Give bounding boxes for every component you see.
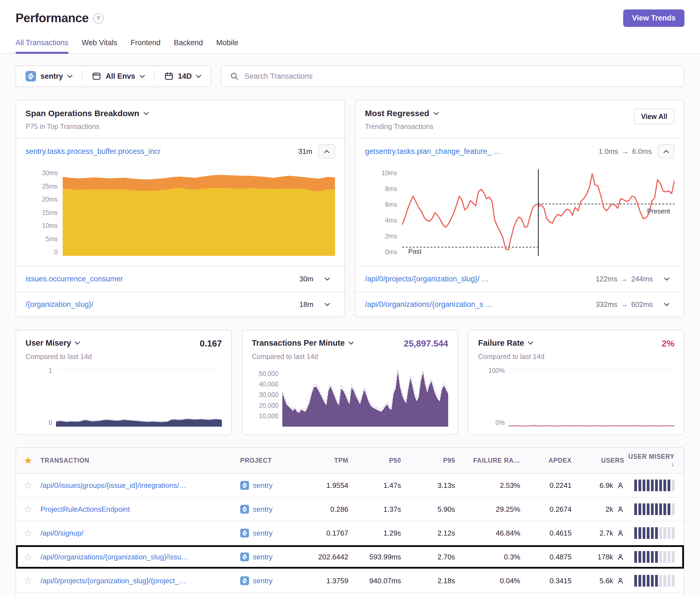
- span-ops-subtitle: P75 in Top Transactions: [26, 123, 335, 131]
- project-filter[interactable]: sentry: [16, 71, 82, 81]
- table-row: ☆/api/0/issues|groups/{issue_id}/integra…: [16, 474, 684, 498]
- y-tick: 0: [49, 419, 52, 426]
- regressed-transaction-link[interactable]: getsentry.tasks.plan_change_feature_ …: [365, 147, 501, 156]
- p95-cell: 5.90s: [401, 505, 455, 514]
- column-header-transaction[interactable]: TRANSACTION: [41, 457, 240, 464]
- failure-rate-chart: [509, 368, 674, 426]
- span-operations-panel: Span Operations Breakdown P75 in Top Tra…: [16, 100, 345, 317]
- star-toggle[interactable]: ☆: [24, 552, 33, 562]
- span-op-link[interactable]: /{organization_slug}/: [26, 300, 94, 309]
- column-header-users[interactable]: USERS: [572, 457, 624, 464]
- most-regressed-title-dropdown[interactable]: Most Regressed: [365, 109, 634, 118]
- expand-button[interactable]: [659, 303, 674, 306]
- expand-button[interactable]: [320, 278, 335, 281]
- tab-all-transactions[interactable]: All Transactions: [16, 38, 69, 53]
- date-range-filter[interactable]: 14D: [155, 72, 211, 81]
- chevron-down-icon: [434, 112, 439, 115]
- project-link[interactable]: sentry: [253, 553, 273, 561]
- span-ops-chart: 30ms25ms20ms15ms10ms5ms0: [16, 164, 345, 266]
- span-op-link[interactable]: sentry.tasks.process_buffer.process_incr: [26, 147, 160, 156]
- transaction-link[interactable]: /api/0/organizations/{organization_slug}…: [41, 553, 188, 561]
- transaction-link[interactable]: /api/0/projects/{organization_slug}/{pro…: [41, 577, 186, 585]
- collapse-button[interactable]: [318, 145, 335, 158]
- arrow-right-icon: →: [621, 275, 628, 283]
- regressed-transaction-link[interactable]: /api/0/organizations/{organization_s …: [365, 300, 493, 309]
- column-header-p95[interactable]: P95: [401, 457, 455, 464]
- project-link[interactable]: sentry: [253, 529, 273, 538]
- y-tick: 1: [49, 367, 52, 374]
- span-op-link[interactable]: issues.occurrence_consumer: [26, 275, 123, 283]
- span-op-duration: 18m: [299, 300, 314, 309]
- most-regressed-subtitle: Trending Transactions: [365, 123, 634, 131]
- transaction-link[interactable]: /api/0/signup/: [41, 529, 83, 537]
- column-header-p50[interactable]: P50: [348, 457, 401, 464]
- p95-cell: 3.13s: [401, 481, 455, 490]
- tpm-title: Transactions Per Minute: [252, 338, 345, 347]
- tab-mobile[interactable]: Mobile: [216, 38, 239, 53]
- star-toggle[interactable]: ☆: [24, 481, 33, 490]
- star-toggle[interactable]: ☆: [24, 528, 33, 538]
- users-cell: 6.9k: [572, 481, 624, 490]
- tpm-dropdown[interactable]: Transactions Per Minute: [252, 338, 354, 347]
- user-misery-value: 0.167: [200, 338, 222, 349]
- project-link[interactable]: sentry: [253, 481, 273, 490]
- column-header-project[interactable]: PROJECT: [240, 457, 300, 464]
- tab-backend[interactable]: Backend: [174, 38, 203, 53]
- span-ops-title-dropdown[interactable]: Span Operations Breakdown: [26, 109, 335, 118]
- table-header: ★TRANSACTIONPROJECTTPMP50P95FAILURE RA…A…: [16, 448, 684, 474]
- collapse-button[interactable]: [658, 145, 674, 158]
- past-label: Past: [408, 248, 422, 255]
- column-header-tpm[interactable]: TPM: [300, 457, 348, 464]
- span-op-duration: 30m: [299, 275, 314, 283]
- transaction-link[interactable]: /api/0/issues|groups/{issue_id}/integrat…: [41, 481, 186, 490]
- calendar-icon: [164, 72, 174, 81]
- column-header-apdex[interactable]: APDEX: [520, 457, 572, 464]
- tpm-cell: 1.3759: [300, 577, 348, 585]
- tpm-cell: 1.9554: [300, 481, 348, 490]
- column-header-user-misery[interactable]: USER MISERY ↓: [624, 453, 684, 468]
- tpm-subtitle: Compared to last 14d: [252, 353, 448, 361]
- help-icon[interactable]: ?: [93, 13, 104, 24]
- y-tick: 40,000: [259, 381, 278, 388]
- failure-rate-dropdown[interactable]: Failure Rate: [478, 338, 533, 347]
- tpm-cell: 202.6442: [300, 553, 348, 561]
- tpm-card: Transactions Per Minute 25,897.544 Compa…: [242, 330, 458, 435]
- regression-to: 6.0ms: [632, 147, 652, 156]
- project-link[interactable]: sentry: [253, 505, 273, 514]
- regressed-transaction-link[interactable]: /api/0/projects/{organization_slug}/ …: [365, 275, 489, 283]
- expand-button[interactable]: [659, 278, 674, 281]
- view-all-button[interactable]: View All: [634, 109, 674, 125]
- tab-frontend[interactable]: Frontend: [131, 38, 160, 53]
- y-tick: 100%: [489, 367, 505, 374]
- environment-filter[interactable]: All Envs: [82, 72, 154, 81]
- table-row: ☆/api/0/projects/{organization_slug}/{pr…: [16, 593, 684, 596]
- star-column-icon[interactable]: ★: [24, 455, 32, 466]
- chevron-down-icon: [325, 303, 330, 306]
- user-misery-subtitle: Compared to last 14d: [26, 353, 222, 361]
- failure-rate-value: 2%: [662, 338, 674, 349]
- search-transactions-input[interactable]: Search Transactions: [221, 66, 684, 87]
- tpm-chart: [282, 368, 448, 426]
- y-tick: 50,000: [259, 370, 278, 378]
- user-misery-dropdown[interactable]: User Misery: [26, 338, 80, 347]
- apdex-cell: 0.2674: [520, 505, 572, 514]
- regression-from: 122ms: [596, 275, 617, 283]
- span-op-row-expanded: sentry.tasks.process_buffer.process_incr…: [16, 138, 345, 164]
- view-trends-button[interactable]: View Trends: [623, 9, 684, 27]
- users-cell: 2k: [572, 505, 624, 514]
- p50-cell: 1.47s: [348, 481, 401, 490]
- column-header-failure-ra-[interactable]: FAILURE RA…: [455, 457, 520, 464]
- project-link[interactable]: sentry: [253, 577, 273, 585]
- star-toggle[interactable]: ☆: [24, 504, 33, 514]
- chevron-up-icon: [664, 150, 669, 153]
- star-toggle[interactable]: ☆: [24, 576, 33, 586]
- regression-from: 1.0ms: [599, 147, 618, 156]
- chevron-down-icon: [75, 341, 80, 344]
- failure-rate-cell: 29.25%: [455, 505, 520, 514]
- expand-button[interactable]: [320, 303, 335, 306]
- most-regressed-panel: Most Regressed Trending Transactions Vie…: [355, 100, 684, 317]
- p50-cell: 1.29s: [348, 529, 401, 538]
- tab-web-vitals[interactable]: Web Vitals: [82, 38, 117, 53]
- apdex-cell: 0.4875: [520, 553, 572, 561]
- transaction-link[interactable]: ProjectRuleActionsEndpoint: [41, 505, 130, 513]
